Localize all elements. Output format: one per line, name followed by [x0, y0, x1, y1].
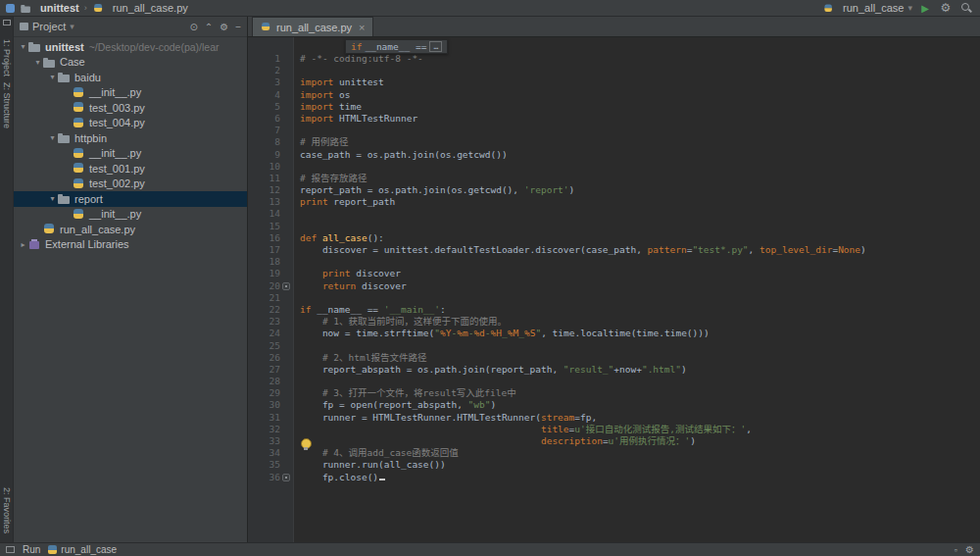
chevron-down-icon[interactable]: ▾ — [32, 58, 43, 67]
fold-marker-icon[interactable] — [282, 474, 290, 481]
folder-icon — [58, 192, 71, 205]
folder-icon — [58, 131, 71, 144]
run-button[interactable]: ▶ — [917, 1, 933, 15]
code-line[interactable] — [300, 125, 980, 136]
code-line[interactable]: report_abspath = os.path.join(report_pat… — [300, 364, 980, 376]
line-number: 23 — [248, 316, 293, 328]
chevron-down-icon[interactable]: ▾ — [47, 73, 58, 81]
code-line[interactable]: case_path = os.path.join(os.getcwd()) — [300, 149, 980, 161]
code-line[interactable] — [300, 161, 980, 173]
tree-item-run-all-case-py[interactable]: run_all_case.py — [14, 222, 247, 237]
chevron-down-icon[interactable]: ▾ — [47, 194, 58, 203]
code-line[interactable]: # 3、打开一个文件，将result写入此file中 — [300, 387, 980, 399]
code-line[interactable] — [300, 65, 980, 76]
python-file-icon — [261, 22, 270, 31]
toolwindow-switcher-icon[interactable] — [6, 546, 15, 553]
fold-marker-icon[interactable] — [282, 282, 290, 290]
tree-item-report[interactable]: ▾report — [14, 191, 247, 207]
settings-gear-icon[interactable]: ⚙ — [938, 1, 954, 15]
code-line[interactable]: import HTMLTestRunner — [300, 113, 980, 125]
tree-item-init-py[interactable]: __init__.py — [14, 207, 247, 223]
line-number: 15 — [248, 221, 293, 232]
code-line[interactable] — [300, 376, 980, 387]
panel-settings-gear-icon[interactable]: ⚙ — [220, 22, 228, 32]
code-line[interactable]: import os — [300, 89, 980, 101]
code-line[interactable]: # 报告存放路径 — [300, 173, 980, 184]
context-more-icon: … — [429, 41, 442, 52]
close-icon[interactable]: × — [359, 22, 365, 33]
breadcrumb-project[interactable]: unittest — [40, 2, 79, 14]
code-line[interactable]: description=u'用例执行情况：') — [300, 435, 980, 447]
line-number: 2 — [248, 65, 293, 76]
code-line[interactable]: # 2、html报告文件路径 — [300, 352, 980, 364]
line-number: 27 — [248, 364, 293, 376]
code-line[interactable] — [300, 208, 980, 220]
code-line[interactable]: import time — [300, 101, 980, 113]
code-line[interactable]: # 1、获取当前时间，这样便于下面的使用。 — [300, 316, 980, 328]
editor-area: run_all_case.py × 1234567891011121314151… — [248, 17, 980, 542]
event-log-icon[interactable]: ▫ — [955, 545, 957, 555]
run-configuration-select[interactable]: run_all_case ▾ — [822, 2, 912, 15]
code-line[interactable]: title=u'接口自动化测试报告,测试结果如下：', — [300, 424, 980, 435]
tree-item-test-002-py[interactable]: test_002.py — [14, 177, 247, 192]
code-line[interactable]: discover = unittest.defaultTestLoader.di… — [300, 244, 980, 256]
collapse-all-icon[interactable]: ⌃ — [205, 22, 213, 32]
editor-tab-run-all-case[interactable]: run_all_case.py × — [252, 17, 373, 36]
run-process-tab[interactable]: run_all_case — [48, 544, 117, 555]
context-breadcrumb[interactable]: if __name__ == … — [345, 39, 448, 54]
folder-icon — [58, 71, 71, 83]
line-number: 8 — [248, 136, 293, 148]
statusbar-gear-icon[interactable]: ⚙ — [965, 544, 974, 556]
code-line[interactable]: # 4、调用add_case函数返回值 — [300, 447, 980, 459]
tool-window-button-2-favorites[interactable]: 2: Favorites — [2, 487, 12, 533]
code-line[interactable]: # 用例路径 — [300, 136, 980, 148]
tree-item-test-001-py[interactable]: test_001.py — [14, 161, 247, 177]
code-line[interactable] — [300, 292, 980, 304]
tree-item-external-libraries[interactable]: ▸External Libraries — [14, 237, 247, 253]
chevron-down-icon[interactable]: ▾ — [47, 133, 58, 142]
search-button[interactable] — [958, 1, 974, 15]
chevron-down-icon[interactable]: ▾ — [70, 22, 74, 31]
hide-panel-icon[interactable]: − — [235, 22, 241, 32]
ide-window: unittest › run_all_case.py run_all_case … — [0, 0, 980, 556]
breadcrumb-file[interactable]: run_all_case.py — [113, 2, 188, 14]
code-line[interactable]: runner.run(all_case()) — [300, 459, 980, 471]
tree-item-init-py[interactable]: __init__.py — [14, 146, 247, 162]
code-line[interactable]: fp.close() — [300, 472, 980, 483]
code-line[interactable] — [300, 340, 980, 352]
toolwindow-switcher-icon[interactable] — [3, 20, 11, 25]
code-line[interactable]: report_path = os.path.join(os.getcwd(), … — [300, 184, 980, 196]
tree-item-test-003-py[interactable]: test_003.py — [14, 100, 247, 116]
code-line[interactable]: print report_path — [300, 196, 980, 208]
tree-item-unittest[interactable]: ▾unittest~/Desktop/dev-code(pa)/lear — [14, 39, 247, 55]
code-line[interactable]: # -*- coding:utf-8 -*- — [300, 53, 980, 65]
locate-icon[interactable]: ⊙ — [189, 22, 197, 32]
code-line[interactable]: now = time.strftime("%Y-%m-%d-%H_%M_%S",… — [300, 328, 980, 339]
project-view-selector[interactable]: Project — [32, 21, 66, 32]
chevron-down-icon[interactable]: ▾ — [18, 42, 28, 51]
code-line[interactable]: import unittest — [300, 76, 980, 88]
tree-item-baidu[interactable]: ▾baidu — [14, 70, 247, 85]
tool-window-button-1-project[interactable]: 1: Project — [2, 39, 12, 76]
tree-item-test-004-py[interactable]: test_004.py — [14, 116, 247, 131]
code-line[interactable]: runner = HTMLTestRunner.HTMLTestRunner(s… — [300, 412, 980, 424]
code-line[interactable]: fp = open(report_abspath, "wb") — [300, 399, 980, 411]
tree-item-httpbin[interactable]: ▾httpbin — [14, 130, 247, 146]
run-tool-window-button[interactable]: Run — [23, 544, 40, 555]
python-file-icon — [73, 101, 85, 114]
code-area[interactable]: if __name__ == … # -*- coding:utf-8 -*-i… — [294, 37, 980, 542]
run-config-python-icon — [824, 3, 834, 13]
chevron-right-icon[interactable]: ▸ — [18, 240, 28, 249]
code-line[interactable]: if __name__ == '__main__': — [300, 304, 980, 316]
code-line[interactable]: print discover — [300, 268, 980, 279]
tree-item-init-py[interactable]: __init__.py — [14, 85, 247, 101]
run-process-label: run_all_case — [61, 544, 117, 555]
intention-bulb-icon[interactable] — [301, 438, 311, 451]
code-line[interactable] — [300, 221, 980, 232]
code-line[interactable] — [300, 256, 980, 268]
code-line[interactable]: def all_case(): — [300, 232, 980, 244]
line-number: 9 — [248, 149, 293, 161]
tool-window-button-z-structure[interactable]: Z: Structure — [2, 82, 12, 128]
code-line[interactable]: return discover — [300, 280, 980, 292]
tree-item-case[interactable]: ▾Case — [14, 55, 247, 71]
